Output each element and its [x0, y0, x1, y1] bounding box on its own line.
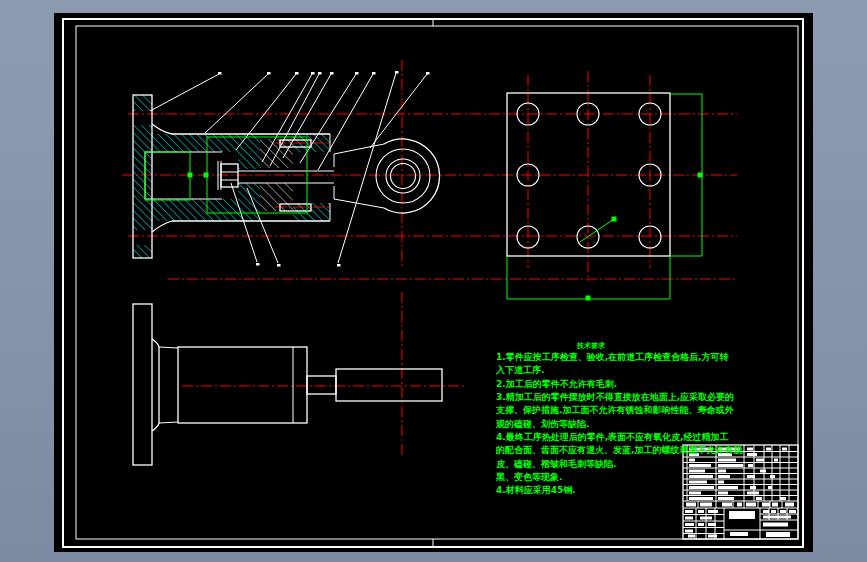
tech-note-line: 2.加工后的零件不允许有毛刺.	[496, 378, 746, 391]
tech-note-line: 1.零件应按工序检查、验收,在前道工序检查合格后,方可转	[496, 351, 746, 364]
tech-notes: 技术要求 1.零件应按工序检查、验收,在前道工序检查合格后,方可转 入下道工序.…	[496, 351, 746, 498]
selection-layer[interactable]	[145, 94, 703, 301]
tech-note-line: 4.材料应采用45钢.	[496, 484, 746, 497]
tech-note-line: 观的磕碰、划伤等缺陷.	[496, 418, 746, 431]
tech-note-line: 皮、磕碰、褶皱和毛刺等缺陷.	[496, 458, 746, 471]
hatch-layer	[133, 95, 330, 258]
cad-viewport: 技术要求 1.零件应按工序检查、验收,在前道工序检查合格后,方可转 入下道工序.…	[0, 0, 867, 562]
tech-note-line: 支撑、保护措施.加工面不允许有锈蚀和影响性能、寿命或外	[496, 404, 746, 417]
tech-note-line: 入下道工序.	[496, 364, 746, 377]
tech-note-line: 黑、变色等现象.	[496, 471, 746, 484]
tech-notes-title: 技术要求	[577, 343, 605, 350]
tech-note-line: 的配合面、齿面不应有退火、发蓝,加工的螺纹表面不允许有脱	[496, 444, 746, 457]
tech-note-line: 4.最终工序热处理后的零件,表面不应有氧化皮,经过精加工	[496, 431, 746, 444]
tech-note-line: 3.精加工后的零件摆放时不得直接放在地面上,应采取必要的	[496, 391, 746, 404]
